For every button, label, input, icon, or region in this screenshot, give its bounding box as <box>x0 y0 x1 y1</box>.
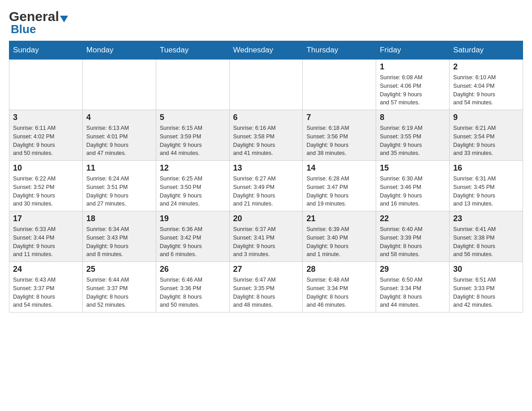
header-cell-thursday: Thursday <box>303 41 376 60</box>
day-number: 26 <box>160 265 226 274</box>
day-number: 24 <box>13 265 79 274</box>
calendar-cell <box>229 60 303 110</box>
calendar-header: SundayMondayTuesdayWednesdayThursdayFrid… <box>9 41 523 60</box>
day-number: 6 <box>233 113 299 122</box>
calendar-cell: 16Sunrise: 6:31 AM Sunset: 3:45 PM Dayli… <box>450 161 523 211</box>
day-info: Sunrise: 6:44 AM Sunset: 3:37 PM Dayligh… <box>86 276 152 309</box>
header-cell-saturday: Saturday <box>450 41 523 60</box>
day-info: Sunrise: 6:31 AM Sunset: 3:45 PM Dayligh… <box>453 175 519 208</box>
calendar-cell: 2Sunrise: 6:10 AM Sunset: 4:04 PM Daylig… <box>450 60 523 110</box>
calendar-cell: 11Sunrise: 6:24 AM Sunset: 3:51 PM Dayli… <box>82 161 156 211</box>
day-number: 5 <box>160 113 226 122</box>
calendar-cell <box>156 60 229 110</box>
day-number: 25 <box>86 265 152 274</box>
calendar-cell: 14Sunrise: 6:28 AM Sunset: 3:47 PM Dayli… <box>303 161 376 211</box>
day-number: 16 <box>453 163 519 173</box>
header-cell-wednesday: Wednesday <box>229 41 303 60</box>
logo-triangle-icon <box>60 16 68 22</box>
day-info: Sunrise: 6:48 AM Sunset: 3:34 PM Dayligh… <box>306 276 372 309</box>
header-row: SundayMondayTuesdayWednesdayThursdayFrid… <box>9 41 523 60</box>
calendar-cell: 8Sunrise: 6:19 AM Sunset: 3:55 PM Daylig… <box>376 110 450 161</box>
day-number: 21 <box>306 214 372 223</box>
calendar-cell: 20Sunrise: 6:37 AM Sunset: 3:41 PM Dayli… <box>229 211 303 262</box>
calendar-cell <box>82 60 156 110</box>
calendar-cell: 17Sunrise: 6:33 AM Sunset: 3:44 PM Dayli… <box>9 211 83 262</box>
day-info: Sunrise: 6:21 AM Sunset: 3:54 PM Dayligh… <box>453 124 519 158</box>
calendar-cell: 24Sunrise: 6:43 AM Sunset: 3:37 PM Dayli… <box>9 262 83 313</box>
calendar-body: 1Sunrise: 6:08 AM Sunset: 4:06 PM Daylig… <box>9 60 523 313</box>
day-number: 1 <box>380 62 446 72</box>
logo: General Blue <box>9 9 68 36</box>
calendar-cell: 13Sunrise: 6:27 AM Sunset: 3:49 PM Dayli… <box>229 161 303 211</box>
day-number: 28 <box>306 265 372 274</box>
logo-general-text: General <box>9 9 59 24</box>
calendar-cell: 3Sunrise: 6:11 AM Sunset: 4:02 PM Daylig… <box>9 110 83 161</box>
day-number: 29 <box>380 265 446 274</box>
week-row-5: 24Sunrise: 6:43 AM Sunset: 3:37 PM Dayli… <box>9 262 523 313</box>
day-number: 18 <box>86 214 152 223</box>
calendar-cell: 26Sunrise: 6:46 AM Sunset: 3:36 PM Dayli… <box>156 262 229 313</box>
calendar-cell <box>303 60 376 110</box>
day-info: Sunrise: 6:41 AM Sunset: 3:38 PM Dayligh… <box>453 225 519 259</box>
day-info: Sunrise: 6:28 AM Sunset: 3:47 PM Dayligh… <box>306 175 372 208</box>
day-number: 20 <box>233 214 299 223</box>
day-info: Sunrise: 6:24 AM Sunset: 3:51 PM Dayligh… <box>86 175 152 208</box>
day-number: 10 <box>13 163 79 173</box>
calendar-cell: 25Sunrise: 6:44 AM Sunset: 3:37 PM Dayli… <box>82 262 156 313</box>
day-info: Sunrise: 6:25 AM Sunset: 3:50 PM Dayligh… <box>160 175 226 208</box>
header-cell-tuesday: Tuesday <box>156 41 229 60</box>
day-info: Sunrise: 6:39 AM Sunset: 3:40 PM Dayligh… <box>306 225 372 259</box>
week-row-2: 3Sunrise: 6:11 AM Sunset: 4:02 PM Daylig… <box>9 110 523 161</box>
day-info: Sunrise: 6:11 AM Sunset: 4:02 PM Dayligh… <box>13 124 79 158</box>
calendar-cell: 30Sunrise: 6:51 AM Sunset: 3:33 PM Dayli… <box>450 262 523 313</box>
day-number: 4 <box>86 113 152 122</box>
day-number: 2 <box>453 62 519 72</box>
calendar-table: SundayMondayTuesdayWednesdayThursdayFrid… <box>9 41 523 313</box>
calendar-cell: 9Sunrise: 6:21 AM Sunset: 3:54 PM Daylig… <box>450 110 523 161</box>
calendar-cell: 15Sunrise: 6:30 AM Sunset: 3:46 PM Dayli… <box>376 161 450 211</box>
calendar-cell: 27Sunrise: 6:47 AM Sunset: 3:35 PM Dayli… <box>229 262 303 313</box>
day-number: 11 <box>86 163 152 173</box>
day-info: Sunrise: 6:10 AM Sunset: 4:04 PM Dayligh… <box>453 73 519 107</box>
day-info: Sunrise: 6:50 AM Sunset: 3:34 PM Dayligh… <box>380 276 446 309</box>
day-info: Sunrise: 6:08 AM Sunset: 4:06 PM Dayligh… <box>380 73 446 107</box>
day-number: 7 <box>306 113 372 122</box>
calendar-cell: 28Sunrise: 6:48 AM Sunset: 3:34 PM Dayli… <box>303 262 376 313</box>
day-info: Sunrise: 6:40 AM Sunset: 3:39 PM Dayligh… <box>380 225 446 259</box>
week-row-4: 17Sunrise: 6:33 AM Sunset: 3:44 PM Dayli… <box>9 211 523 262</box>
day-number: 14 <box>306 163 372 173</box>
header-cell-monday: Monday <box>82 41 156 60</box>
day-info: Sunrise: 6:13 AM Sunset: 4:01 PM Dayligh… <box>86 124 152 158</box>
day-number: 22 <box>380 214 446 223</box>
day-number: 30 <box>453 265 519 274</box>
day-info: Sunrise: 6:33 AM Sunset: 3:44 PM Dayligh… <box>13 225 79 259</box>
day-number: 3 <box>13 113 79 122</box>
day-info: Sunrise: 6:34 AM Sunset: 3:43 PM Dayligh… <box>86 225 152 259</box>
day-number: 23 <box>453 214 519 223</box>
week-row-3: 10Sunrise: 6:22 AM Sunset: 3:52 PM Dayli… <box>9 161 523 211</box>
header-cell-friday: Friday <box>376 41 450 60</box>
calendar-cell: 29Sunrise: 6:50 AM Sunset: 3:34 PM Dayli… <box>376 262 450 313</box>
day-info: Sunrise: 6:36 AM Sunset: 3:42 PM Dayligh… <box>160 225 226 259</box>
week-row-1: 1Sunrise: 6:08 AM Sunset: 4:06 PM Daylig… <box>9 60 523 110</box>
day-number: 15 <box>380 163 446 173</box>
day-info: Sunrise: 6:19 AM Sunset: 3:55 PM Dayligh… <box>380 124 446 158</box>
calendar-cell: 19Sunrise: 6:36 AM Sunset: 3:42 PM Dayli… <box>156 211 229 262</box>
calendar-cell: 23Sunrise: 6:41 AM Sunset: 3:38 PM Dayli… <box>450 211 523 262</box>
calendar-cell: 4Sunrise: 6:13 AM Sunset: 4:01 PM Daylig… <box>82 110 156 161</box>
day-info: Sunrise: 6:30 AM Sunset: 3:46 PM Dayligh… <box>380 175 446 208</box>
logo-blue-text: Blue <box>11 22 36 36</box>
day-number: 19 <box>160 214 226 223</box>
day-info: Sunrise: 6:47 AM Sunset: 3:35 PM Dayligh… <box>233 276 299 309</box>
day-info: Sunrise: 6:22 AM Sunset: 3:52 PM Dayligh… <box>13 175 79 208</box>
day-info: Sunrise: 6:16 AM Sunset: 3:58 PM Dayligh… <box>233 124 299 158</box>
calendar-cell: 6Sunrise: 6:16 AM Sunset: 3:58 PM Daylig… <box>229 110 303 161</box>
calendar-cell: 1Sunrise: 6:08 AM Sunset: 4:06 PM Daylig… <box>376 60 450 110</box>
logo-general-blue: General <box>9 9 68 24</box>
day-number: 12 <box>160 163 226 173</box>
page-header: General Blue <box>9 9 523 36</box>
calendar-cell: 18Sunrise: 6:34 AM Sunset: 3:43 PM Dayli… <box>82 211 156 262</box>
day-number: 9 <box>453 113 519 122</box>
calendar-cell: 21Sunrise: 6:39 AM Sunset: 3:40 PM Dayli… <box>303 211 376 262</box>
day-info: Sunrise: 6:46 AM Sunset: 3:36 PM Dayligh… <box>160 276 226 309</box>
